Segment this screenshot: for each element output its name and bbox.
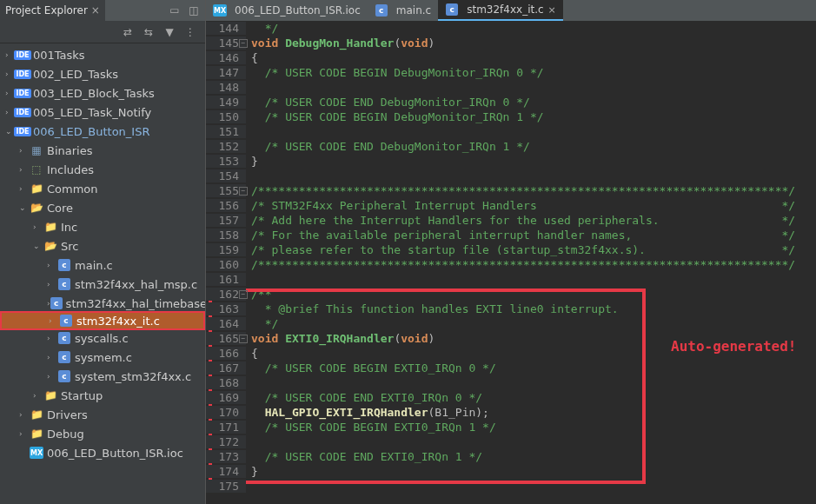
restore-icon[interactable]: ◫: [188, 4, 200, 17]
expand-arrow-icon[interactable]: ›: [33, 391, 43, 400]
tree-item[interactable]: ⌄📂Core: [0, 198, 205, 217]
tree-item[interactable]: ›csystem_stm32f4xx.c: [0, 367, 205, 386]
expand-arrow-icon[interactable]: ›: [47, 261, 57, 269]
expand-arrow-icon[interactable]: ›: [19, 165, 30, 174]
expand-arrow-icon[interactable]: ›: [47, 372, 57, 381]
code-line[interactable]: 163 * @brief This function handles EXTI …: [206, 302, 816, 316]
filter-icon[interactable]: ▼: [163, 26, 176, 38]
code-content: /* USER CODE BEGIN DebugMonitor_IRQn 1 *…: [246, 110, 544, 123]
code-line[interactable]: 145−void DebugMon_Handler(void): [206, 36, 816, 50]
code-line[interactable]: 160/************************************…: [206, 257, 816, 272]
code-line[interactable]: 173 /* USER CODE END EXTI0_IRQn 1 */: [206, 449, 816, 464]
project-tree: ›IDE001Tasks›IDE002_LED_Tasks›IDE003_LED…: [0, 43, 205, 504]
fold-icon[interactable]: −: [239, 290, 248, 299]
tree-item[interactable]: ⌄📂Src: [0, 236, 205, 255]
code-line[interactable]: 148: [206, 80, 816, 95]
tree-item-icon: ⬚: [30, 162, 43, 176]
tree-item[interactable]: ›cmain.c: [0, 255, 205, 275]
expand-arrow-icon[interactable]: ›: [47, 280, 57, 288]
expand-arrow-icon[interactable]: ›: [19, 429, 30, 438]
code-line[interactable]: 153}: [206, 154, 816, 169]
fold-icon[interactable]: −: [239, 335, 248, 343]
code-line[interactable]: 146{: [206, 50, 816, 65]
tree-item[interactable]: ›csyscalls.c: [0, 328, 205, 348]
tree-item[interactable]: ›⬚Includes: [0, 160, 205, 179]
tree-item[interactable]: ›csysmem.c: [0, 348, 205, 367]
tree-item-icon: c: [50, 296, 63, 310]
code-content: void EXTI0_IRQHandler(void): [246, 332, 435, 345]
code-line[interactable]: 151: [206, 124, 816, 139]
code-line[interactable]: 164 */: [206, 316, 816, 331]
collapse-all-icon[interactable]: ⇄: [122, 26, 134, 38]
code-line[interactable]: 147 /* USER CODE BEGIN DebugMonitor_IRQn…: [206, 65, 816, 80]
code-line[interactable]: 167 /* USER CODE BEGIN EXTI0_IRQn 0 */: [206, 361, 816, 375]
tree-item-label: stm32f4xx_it.c: [76, 315, 160, 328]
tree-item[interactable]: ›IDE001Tasks: [0, 45, 205, 64]
expand-arrow-icon[interactable]: ›: [47, 353, 57, 361]
code-line[interactable]: 154: [206, 169, 816, 183]
code-line[interactable]: 168: [206, 375, 816, 390]
code-line[interactable]: 149 /* USER CODE END DebugMonitor_IRQn 0…: [206, 95, 816, 109]
code-line[interactable]: 156/* STM32F4xx Peripheral Interrupt Han…: [206, 198, 816, 213]
tree-item-label: Common: [47, 182, 98, 196]
code-line[interactable]: 175: [206, 479, 816, 494]
editor-tab[interactable]: cstm32f4xx_it.c×: [438, 0, 563, 21]
tree-item[interactable]: ›📁Common: [0, 179, 205, 198]
expand-arrow-icon[interactable]: ›: [19, 146, 30, 155]
expand-arrow-icon[interactable]: ›: [19, 410, 30, 419]
fold-icon[interactable]: −: [239, 39, 248, 48]
link-editor-icon[interactable]: ⇆: [143, 26, 155, 38]
tree-item[interactable]: ›cstm32f4xx_hal_timebase_tim.c: [0, 294, 205, 313]
minimize-icon[interactable]: ▭: [169, 4, 181, 17]
code-line[interactable]: 171 /* USER CODE BEGIN EXTI0_IRQn 1 */: [206, 420, 816, 434]
editor-tab[interactable]: cmain.c: [368, 0, 438, 21]
code-line[interactable]: 155−/***********************************…: [206, 183, 816, 198]
expand-arrow-icon[interactable]: ⌄: [19, 203, 30, 212]
editor-tab-bar: MX006_LED_Button_ISR.ioccmain.ccstm32f4x…: [206, 0, 816, 21]
fold-icon[interactable]: −: [239, 187, 248, 196]
code-line[interactable]: 144 */: [206, 21, 816, 36]
tree-item[interactable]: ›cstm32f4xx_it.c: [0, 311, 205, 330]
sidebar-title-tab[interactable]: Project Explorer ×: [0, 0, 105, 21]
code-line[interactable]: 150 /* USER CODE BEGIN DebugMonitor_IRQn…: [206, 109, 816, 124]
tree-item[interactable]: ›▦Binaries: [0, 141, 205, 160]
tree-item-label: main.c: [75, 259, 113, 272]
tree-item[interactable]: ›📁Debug: [0, 424, 205, 443]
expand-arrow-icon[interactable]: ›: [33, 222, 43, 231]
tree-item[interactable]: ›cstm32f4xx_hal_msp.c: [0, 275, 205, 294]
code-content: /* please refer to the startup file (sta…: [246, 243, 795, 256]
expand-arrow-icon[interactable]: ›: [19, 184, 30, 193]
close-icon[interactable]: ×: [548, 4, 556, 16]
code-line[interactable]: 159/* please refer to the startup file (…: [206, 242, 816, 257]
tree-item[interactable]: ›IDE003_LED_Block_Tasks: [0, 83, 205, 103]
tree-item-label: Startup: [61, 389, 103, 402]
expand-arrow-icon[interactable]: ›: [47, 334, 57, 342]
tree-item[interactable]: ›📁Startup: [0, 386, 205, 405]
code-line[interactable]: 174}: [206, 464, 816, 479]
code-line[interactable]: 162−/**: [206, 287, 816, 302]
tree-item[interactable]: ›IDE005_LED_Task_Notify: [0, 103, 205, 122]
tree-item[interactable]: ⌄IDE006_LED_Button_ISR: [0, 122, 205, 141]
close-icon[interactable]: ×: [91, 4, 100, 17]
line-number: 144: [206, 22, 246, 35]
code-content: /* USER CODE END DebugMonitor_IRQn 1 */: [246, 140, 530, 153]
tree-item[interactable]: ›📁Inc: [0, 217, 205, 236]
code-line[interactable]: 158/* For the available peripheral inter…: [206, 228, 816, 242]
code-editor[interactable]: Auto-generated! 144 */145−void DebugMon_…: [206, 21, 816, 504]
expand-arrow-icon[interactable]: ⌄: [33, 242, 43, 250]
tree-item[interactable]: ›IDE002_LED_Tasks: [0, 64, 205, 83]
code-line[interactable]: 161: [206, 272, 816, 287]
tab-label: main.c: [396, 4, 431, 17]
tree-item[interactable]: MX006_LED_Button_ISR.ioc: [0, 443, 205, 462]
editor-tab[interactable]: MX006_LED_Button_ISR.ioc: [206, 0, 368, 21]
tree-item[interactable]: ›📁Drivers: [0, 405, 205, 424]
code-line[interactable]: 169 /* USER CODE END EXTI0_IRQn 0 */: [206, 390, 816, 405]
expand-arrow-icon[interactable]: ›: [49, 316, 59, 325]
code-line[interactable]: 170 HAL_GPIO_EXTI_IRQHandler(B1_Pin);: [206, 405, 816, 420]
code-line[interactable]: 152 /* USER CODE END DebugMonitor_IRQn 1…: [206, 139, 816, 154]
code-line[interactable]: 172: [206, 434, 816, 449]
tree-item-label: stm32f4xx_hal_msp.c: [75, 278, 197, 291]
view-menu-icon[interactable]: ⋮: [184, 26, 196, 38]
tree-item-icon: IDE: [16, 105, 30, 119]
code-line[interactable]: 157/* Add here the Interrupt Handlers fo…: [206, 213, 816, 228]
